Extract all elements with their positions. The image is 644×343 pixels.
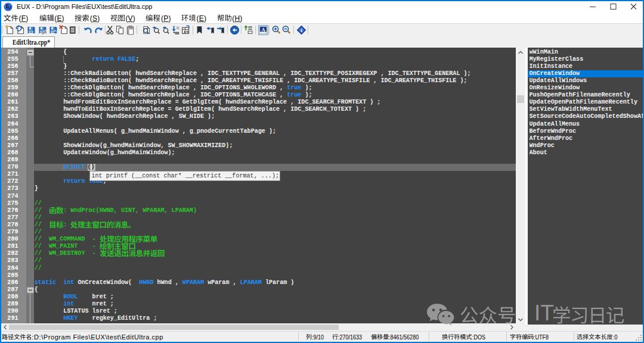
svg-text:a: a <box>184 30 185 33</box>
